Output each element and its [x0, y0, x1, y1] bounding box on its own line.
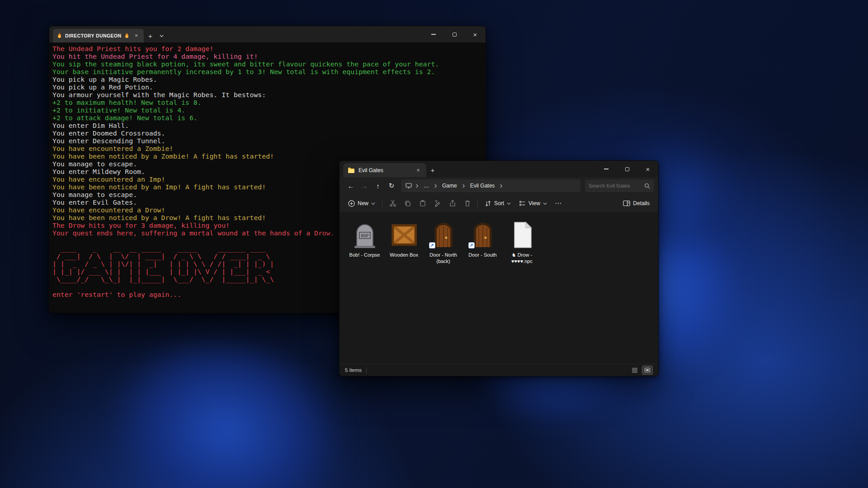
flame-icon: [124, 33, 129, 39]
maximize-button[interactable]: [444, 26, 465, 42]
large-icons-view-icon: [644, 367, 651, 373]
this-pc-icon: [406, 183, 412, 188]
explorer-toolbar: New: [340, 194, 658, 213]
terminal-log-line: You have been noticed by a Zombie! A fig…: [52, 152, 483, 160]
file-icon: [508, 221, 537, 249]
view-button[interactable]: View: [515, 197, 551, 210]
file-item-label: Bob! - Corpse: [349, 252, 380, 258]
delete-button[interactable]: [460, 197, 475, 210]
desktop-wallpaper: DIRECTORY DUNGEON × + × The Undead Pries…: [0, 0, 868, 488]
view-icon: [519, 200, 526, 207]
new-tab-button[interactable]: +: [144, 29, 156, 42]
tab-close-icon[interactable]: ×: [415, 167, 422, 174]
paste-icon: [419, 200, 426, 207]
up-button[interactable]: ↑: [371, 179, 385, 192]
breadcrumb[interactable]: … Game Evil Gates: [401, 179, 580, 192]
breadcrumb-overflow[interactable]: …: [422, 182, 430, 190]
minimize-icon: [431, 34, 436, 35]
trash-icon: [464, 200, 471, 207]
file-item[interactable]: RIP Bob! - Corpse: [345, 217, 384, 267]
close-icon: ×: [646, 166, 650, 173]
explorer-statusbar: 5 items: [340, 364, 658, 376]
breadcrumb-segment[interactable]: Game: [441, 182, 458, 190]
file-item-label: ♞ Drow - ♥♥♥♥.npc: [503, 252, 541, 265]
details-button[interactable]: Details: [619, 197, 654, 209]
terminal-log-line: You sip the steaming black potion, its s…: [52, 60, 483, 68]
cut-button[interactable]: [385, 197, 400, 210]
terminal-tab-title: DIRECTORY DUNGEON: [65, 33, 121, 38]
details-button-label: Details: [633, 200, 650, 206]
maximize-icon: [625, 167, 629, 171]
chevron-down-icon: [371, 202, 375, 206]
new-tab-button[interactable]: +: [426, 163, 439, 177]
search-box[interactable]: [585, 179, 654, 192]
file-explorer-window: Evil Gates × + × ← → ↑ ↻ …: [339, 160, 659, 376]
folder-icon: [348, 167, 355, 174]
minimize-button[interactable]: [596, 161, 617, 177]
paste-button[interactable]: [415, 197, 430, 210]
terminal-log-line: You hit the Undead Priest for 4 damage, …: [52, 52, 483, 60]
file-item[interactable]: ↗Door - South: [463, 217, 502, 267]
chevron-down-icon: [507, 202, 511, 206]
crate-icon: [390, 221, 419, 249]
shortcut-arrow-icon: ↗: [468, 242, 475, 249]
chevron-down-icon: [160, 34, 164, 38]
terminal-log-line: You enter Doomed Crossroads.: [52, 129, 483, 137]
minimize-button[interactable]: [423, 26, 444, 42]
close-button[interactable]: ×: [637, 161, 658, 177]
terminal-titlebar[interactable]: DIRECTORY DUNGEON × + ×: [49, 26, 486, 42]
terminal-log-line: You enter Descending Tunnel.: [52, 137, 483, 145]
plus-circle-icon: [348, 200, 355, 207]
sort-button[interactable]: Sort: [481, 197, 515, 210]
file-grid[interactable]: RIP Bob! - Corpse Wooden Box ↗Door - Nor…: [340, 213, 658, 364]
terminal-log-line: You armour yourself with the Magic Robes…: [52, 91, 483, 99]
more-options-button[interactable]: ⋯: [551, 197, 566, 210]
file-item-label: Door - North (back): [425, 252, 462, 265]
terminal-log-line: You enter Dim Hall.: [52, 122, 483, 129]
tab-close-icon[interactable]: ×: [132, 32, 140, 39]
terminal-log-line: +2 to initiative! New total is 4.: [52, 106, 483, 114]
explorer-tabbar[interactable]: Evil Gates × + ×: [340, 161, 658, 177]
toolbar-separator: [477, 199, 478, 208]
door-icon: ↗: [468, 221, 497, 249]
terminal-tab[interactable]: DIRECTORY DUNGEON ×: [53, 29, 144, 42]
chevron-right-icon: [499, 184, 503, 188]
forward-button[interactable]: →: [358, 179, 371, 192]
copy-button[interactable]: [400, 197, 415, 210]
explorer-tab-title: Evil Gates: [359, 167, 411, 174]
maximize-button[interactable]: [617, 161, 637, 177]
view-button-label: View: [528, 200, 540, 206]
minimize-icon: [604, 169, 609, 169]
terminal-log-line: The Undead Priest hits you for 2 damage!: [52, 45, 483, 52]
file-item[interactable]: ↗Door - North (back): [424, 217, 463, 267]
close-button[interactable]: ×: [465, 26, 486, 42]
chevron-right-icon: [462, 184, 466, 188]
details-view-toggle[interactable]: [629, 366, 640, 375]
rename-button[interactable]: [430, 197, 445, 210]
search-input[interactable]: [589, 183, 642, 188]
share-button[interactable]: [445, 197, 460, 210]
file-item[interactable]: ♞ Drow - ♥♥♥♥.npc: [502, 217, 542, 267]
new-button-label: New: [358, 200, 368, 206]
toolbar-separator: [382, 199, 382, 208]
chevron-right-icon: [434, 184, 438, 188]
chevron-down-icon: [543, 202, 547, 206]
close-icon: ×: [473, 31, 477, 38]
cut-icon: [389, 200, 396, 207]
sort-icon: [485, 200, 491, 207]
terminal-log-line: +2 to maximum health! New total is 8.: [52, 99, 483, 106]
breadcrumb-segment[interactable]: Evil Gates: [469, 182, 496, 190]
flame-icon: [57, 33, 62, 39]
chevron-right-icon: [415, 184, 419, 188]
refresh-button[interactable]: ↻: [385, 179, 398, 192]
new-button[interactable]: New: [344, 197, 379, 210]
back-button[interactable]: ←: [344, 179, 358, 192]
file-item-label: Wooden Box: [390, 252, 418, 258]
tab-dropdown-button[interactable]: [156, 29, 166, 42]
file-item[interactable]: Wooden Box: [384, 217, 424, 267]
explorer-tab[interactable]: Evil Gates ×: [343, 163, 426, 177]
thumbnail-view-toggle[interactable]: [642, 366, 653, 375]
sort-button-label: Sort: [494, 200, 504, 206]
search-icon: [644, 183, 650, 189]
maximize-icon: [453, 33, 457, 37]
